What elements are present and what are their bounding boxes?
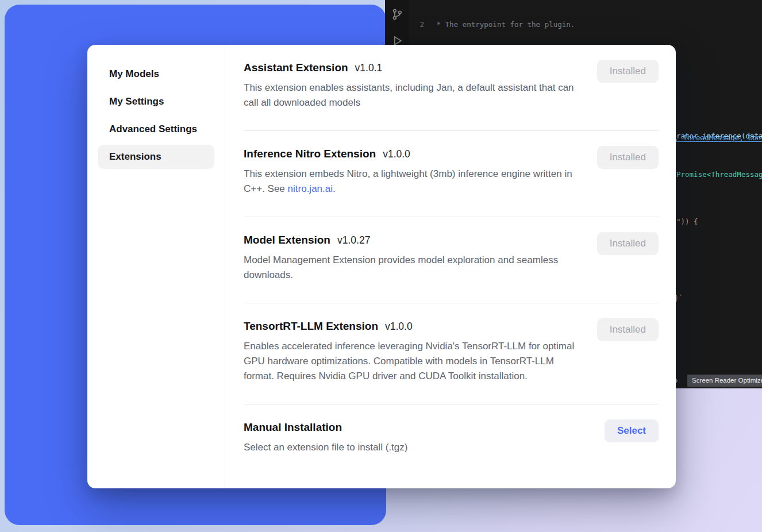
- extension-section-tensorrt-llm: TensortRT-LLM Extension v1.0.0 Enables a…: [244, 303, 659, 404]
- extension-title: TensortRT-LLM Extension: [244, 318, 378, 334]
- sidebar-item-my-models[interactable]: My Models: [98, 62, 214, 86]
- extension-section-inference-nitro: Inference Nitro Extension v1.0.0 This ex…: [244, 131, 659, 217]
- select-file-button[interactable]: Select: [605, 419, 659, 442]
- code-fragment: Promise<ThreadMessage>: [676, 170, 762, 179]
- extension-description: This extension enables assistants, inclu…: [244, 80, 586, 110]
- installed-button[interactable]: Installed: [597, 146, 659, 169]
- sidebar-item-advanced-settings[interactable]: Advanced Settings: [98, 117, 214, 141]
- settings-sidebar: My Models My Settings Advanced Settings …: [87, 45, 225, 488]
- extension-description: This extension embeds Nitro, a lightweig…: [244, 167, 586, 196]
- code-fragment: ")) {: [676, 217, 698, 226]
- extension-version: v1.0.1: [355, 62, 383, 74]
- extension-version: v1.0.0: [383, 148, 410, 160]
- extension-title: Inference Nitro Extension: [244, 146, 376, 162]
- extension-description: Model Management Extension provides mode…: [244, 253, 586, 283]
- extension-title: Model Extension: [244, 232, 330, 248]
- installed-button[interactable]: Installed: [597, 318, 659, 341]
- sidebar-item-extensions[interactable]: Extensions: [98, 145, 214, 169]
- line-number: 2: [409, 20, 424, 29]
- extension-description: Select an extension file to install (.tg…: [244, 440, 407, 455]
- sidebar-item-my-settings[interactable]: My Settings: [98, 90, 214, 114]
- extension-section-model: Model Extension v1.0.27 Model Management…: [244, 217, 659, 303]
- extension-description: Enables accelerated inference leveraging…: [244, 339, 586, 384]
- extensions-panel: Assistant Extension v1.0.1 This extensio…: [225, 45, 676, 488]
- extension-version: v1.0.27: [337, 234, 370, 246]
- extension-version: v1.0.0: [385, 321, 413, 333]
- installed-button[interactable]: Installed: [597, 60, 659, 83]
- screen-reader-optimized-badge[interactable]: Screen Reader Optimize: [687, 375, 762, 387]
- extension-title: Manual Installation: [244, 419, 342, 435]
- extension-title: Assistant Extension: [244, 60, 348, 76]
- installed-button[interactable]: Installed: [597, 232, 659, 255]
- extension-section-manual-installation: Manual Installation Select an extension …: [244, 404, 659, 475]
- extension-section-assistant: Assistant Extension v1.0.1 This extensio…: [244, 45, 659, 131]
- nitro-jan-ai-link[interactable]: nitro.jan.ai.: [288, 183, 336, 194]
- desktop-background: 2 * The entrypoint for the plugin. 3 */ …: [0, 0, 762, 532]
- code-fragment: rator.inference(data));: [676, 132, 762, 141]
- settings-modal: My Models My Settings Advanced Settings …: [87, 45, 676, 488]
- source-control-icon[interactable]: [391, 8, 403, 21]
- code-line: 2 * The entrypoint for the plugin.: [409, 20, 762, 29]
